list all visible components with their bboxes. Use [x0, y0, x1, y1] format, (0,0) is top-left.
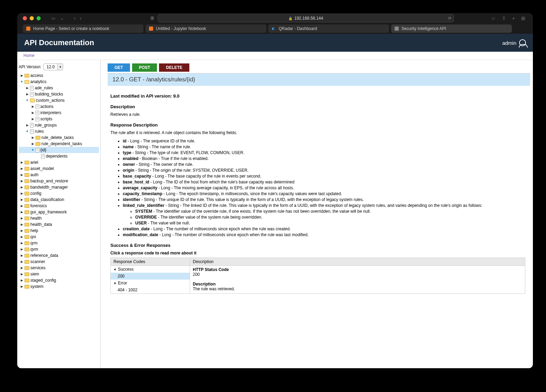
bookmark-icon[interactable]: ☆	[491, 16, 496, 21]
chevron-right-icon[interactable]: ▶	[20, 285, 23, 288]
tabs-overview-icon[interactable]: ⊞	[521, 16, 525, 21]
tree-item-bandwidth_manager[interactable]: ▶bandwidth_manager	[19, 184, 99, 190]
chevron-right-icon[interactable]: ▶	[20, 167, 23, 170]
chevron-right-icon[interactable]: ▶	[26, 86, 29, 90]
doc-scroll[interactable]: 12.0 - GET - /analytics/rules/{id} Last …	[108, 73, 530, 365]
browser-tab[interactable]: ◐QRadar - Dashboard	[268, 24, 389, 33]
tree-item-dependents[interactable]: dependents	[19, 153, 99, 159]
tree-item-backup_and_restore[interactable]: ▶backup_and_restore	[19, 178, 99, 184]
tree-item-qrm[interactable]: ▶qrm	[19, 240, 99, 246]
sidebar-toggle-icon[interactable]: ▭	[50, 15, 57, 21]
response-code-200[interactable]: 200	[111, 273, 190, 280]
chevron-right-icon[interactable]: ▶	[20, 74, 23, 77]
tree-item-siem[interactable]: ▶siem	[19, 271, 99, 277]
tree-item-health[interactable]: ▶health	[19, 215, 99, 221]
chevron-right-icon[interactable]: ▶	[20, 241, 23, 245]
tree-item-system[interactable]: ▶system	[19, 283, 99, 290]
chevron-right-icon[interactable]: ▶	[20, 260, 23, 263]
tree-item-qvm[interactable]: ▶qvm	[19, 246, 99, 252]
tree-item-data_classification[interactable]: ▶data_classification	[19, 197, 99, 203]
chevron-right-icon[interactable]: ▶	[20, 279, 23, 282]
tree-item-ade_rules[interactable]: ▶ade_rules	[19, 85, 99, 91]
url-bar[interactable]: 🔒 192.168.56.144 ⟳	[158, 14, 454, 22]
share-icon[interactable]: ⇧	[502, 16, 506, 21]
tree-item-help[interactable]: ▶help	[19, 228, 99, 234]
new-tab-icon[interactable]: +	[512, 16, 515, 21]
tree-item-asset_model[interactable]: ▶asset_model	[19, 165, 99, 172]
user-menu[interactable]: admin	[502, 39, 526, 46]
chevron-right-icon[interactable]: ▶	[20, 217, 23, 220]
tree-item-gui_app_framework[interactable]: ▶gui_app_framework	[19, 209, 99, 215]
tree-item-rule_dependent_tasks[interactable]: ▶rule_dependent_tasks	[19, 141, 99, 147]
chevron-right-icon[interactable]: ▶	[20, 173, 23, 177]
chevron-down-icon[interactable]: ▼	[20, 80, 23, 83]
chevron-right-icon[interactable]: ▶	[20, 248, 23, 251]
breadcrumb-home[interactable]: Home	[23, 53, 34, 58]
chevron-right-icon[interactable]: ▶	[31, 117, 34, 121]
success-group[interactable]: ▼Success	[111, 266, 190, 273]
chevron-right-icon[interactable]: ▶	[31, 142, 34, 145]
chevron-right-icon[interactable]: ▶	[20, 179, 23, 183]
maximize-window-icon[interactable]	[37, 16, 41, 20]
tree-item-reference_data[interactable]: ▶reference_data	[19, 252, 99, 259]
browser-tab-active[interactable]: Security Intelligence API	[391, 24, 512, 33]
response-code-404[interactable]: 404 - 1002	[111, 287, 190, 293]
tree-item-config[interactable]: ▶config	[19, 190, 99, 197]
minimize-window-icon[interactable]	[30, 16, 34, 20]
chevron-right-icon[interactable]: ▶	[20, 272, 23, 276]
shield-icon[interactable]: ⛨	[150, 16, 155, 21]
chevron-right-icon[interactable]: ▶	[20, 229, 23, 232]
version-select[interactable]: 12.0 ▼	[43, 63, 63, 70]
chevron-down-icon[interactable]: ▼	[31, 148, 34, 152]
tree-item-auth[interactable]: ▶auth	[19, 172, 99, 178]
tree-item-ariel[interactable]: ▶ariel	[19, 159, 99, 165]
title-bar: ▭ ⌄ ‹ › ⛨ 🔒 192.168.56.144 ⟳ ☆ ⇧ + ⊞	[17, 13, 533, 23]
browser-tab[interactable]: Untitled - Jupyter Notebook	[146, 24, 266, 33]
tree-item-interpreters[interactable]: ▶interpreters	[19, 110, 99, 116]
chevron-right-icon[interactable]: ▶	[20, 223, 23, 226]
dropdown-icon[interactable]: ⌄	[59, 15, 66, 21]
chevron-right-icon[interactable]: ▶	[20, 235, 23, 239]
tree-item-analytics[interactable]: ▼analytics	[19, 79, 99, 85]
tree-item-scripts[interactable]: ▶scripts	[19, 116, 99, 122]
chevron-right-icon[interactable]: ▶	[26, 92, 29, 96]
tree-item-ididid[interactable]: ▼{id}	[19, 147, 99, 153]
tree-item-access[interactable]: ▶access	[19, 72, 99, 79]
tree-item-scanner[interactable]: ▶scanner	[19, 259, 99, 265]
forward-button[interactable]: ›	[80, 15, 81, 21]
tree-item-building_blocks[interactable]: ▶building_blocks	[19, 91, 99, 97]
chevron-right-icon[interactable]: ▶	[31, 136, 34, 139]
chevron-right-icon[interactable]: ▶	[20, 254, 23, 257]
tree-item-health_data[interactable]: ▶health_data	[19, 221, 99, 228]
chevron-right-icon[interactable]: ▶	[20, 161, 23, 164]
tree-item-forensics[interactable]: ▶forensics	[19, 203, 99, 209]
chevron-right-icon[interactable]: ▶	[20, 185, 23, 189]
back-button[interactable]: ‹	[74, 15, 76, 21]
chevron-down-icon[interactable]: ▼	[57, 64, 63, 70]
chevron-right-icon[interactable]: ▶	[20, 210, 23, 214]
chevron-down-icon[interactable]: ▼	[26, 130, 29, 133]
tree-item-rule_delete_tasks[interactable]: ▶rule_delete_tasks	[19, 134, 99, 141]
tree-item-staged_config[interactable]: ▶staged_config	[19, 277, 99, 283]
chevron-right-icon[interactable]: ▶	[20, 204, 23, 208]
chevron-right-icon[interactable]: ▶	[20, 198, 23, 201]
reload-icon[interactable]: ⟳	[448, 16, 451, 21]
tree-item-services[interactable]: ▶services	[19, 265, 99, 271]
post-button[interactable]: POST	[132, 63, 157, 72]
tree-item-rules[interactable]: ▼rules	[19, 128, 99, 134]
error-group[interactable]: ▼Error	[111, 280, 190, 287]
tree-item-qni[interactable]: ▶qni	[19, 234, 99, 240]
close-window-icon[interactable]	[23, 16, 27, 20]
chevron-right-icon[interactable]: ▶	[20, 266, 23, 270]
chevron-right-icon[interactable]: ▶	[26, 123, 29, 127]
get-button[interactable]: GET	[108, 63, 130, 72]
chevron-right-icon[interactable]: ▶	[31, 111, 34, 114]
browser-tab[interactable]: Home Page - Select or create a notebook	[23, 24, 143, 33]
chevron-right-icon[interactable]: ▶	[31, 105, 34, 108]
tree-item-custom_actions[interactable]: ▼custom_actions	[19, 97, 99, 103]
chevron-down-icon[interactable]: ▼	[26, 99, 29, 102]
chevron-right-icon[interactable]: ▶	[20, 192, 23, 195]
tree-item-rule_groups[interactable]: ▶rule_groups	[19, 122, 99, 128]
delete-button[interactable]: DELETE	[159, 63, 189, 72]
tree-item-actions[interactable]: ▶actions	[19, 103, 99, 110]
